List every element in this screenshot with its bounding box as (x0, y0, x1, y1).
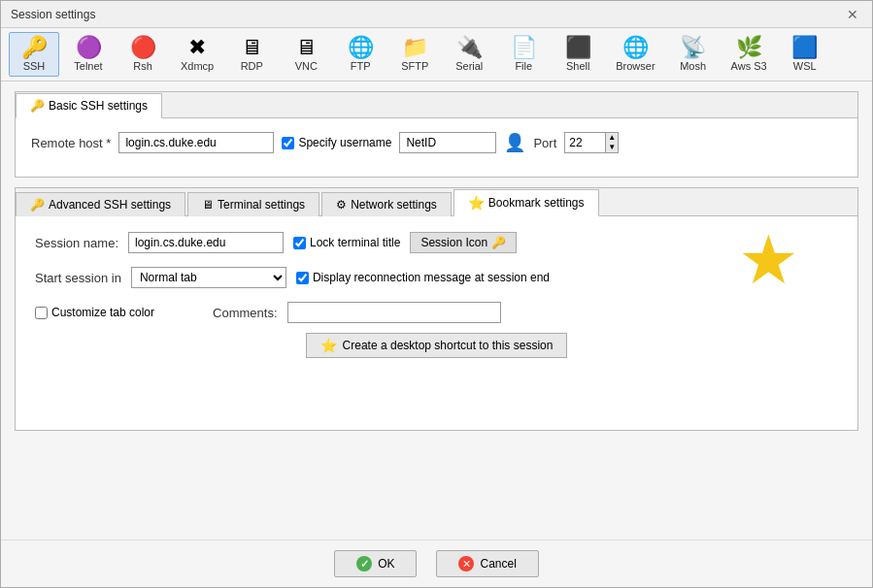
create-shortcut-button[interactable]: ⭐ Create a desktop shortcut to this sess… (306, 333, 568, 358)
customize-tab-color-label: Customize tab color (51, 306, 154, 319)
toolbar-aws-s3[interactable]: 🌿 Aws S3 (722, 32, 776, 77)
dialog-title: Session settings (11, 8, 95, 21)
toolbar-wsl[interactable]: 🟦 WSL (780, 32, 830, 77)
toolbar-serial[interactable]: 🔌 Serial (444, 32, 494, 77)
ok-button[interactable]: ✓ OK (334, 550, 417, 577)
comments-input[interactable] (287, 302, 501, 323)
ok-label: OK (378, 557, 394, 571)
aws-s3-icon: 🌿 (736, 37, 762, 58)
file-label: File (515, 60, 532, 72)
basic-ssh-tab-body: Remote host * Specify username 👤 Port ▲ … (16, 118, 857, 177)
remote-host-input[interactable] (118, 132, 274, 153)
network-icon: ⚙ (336, 198, 347, 212)
toolbar-mosh[interactable]: 📡 Mosh (668, 32, 719, 77)
display-reconnection-checkbox-label[interactable]: Display reconnection message at session … (296, 271, 550, 284)
comments-label: Comments: (213, 306, 277, 320)
ftp-label: FTP (351, 60, 371, 72)
session-name-label: Session name: (35, 236, 118, 250)
sftp-label: SFTP (401, 60, 428, 72)
display-reconnection-checkbox[interactable] (296, 272, 309, 284)
cancel-label: Cancel (480, 557, 516, 571)
toolbar-file[interactable]: 📄 File (498, 32, 549, 77)
shell-label: Shell (566, 60, 589, 72)
display-reconnection-label: Display reconnection message at session … (313, 271, 550, 284)
toolbar-shell[interactable]: ⬛ Shell (553, 32, 603, 77)
dialog-footer: ✓ OK ✕ Cancel (1, 539, 872, 587)
protocol-toolbar: 🔑 SSH 🟣 Telnet 🔴 Rsh ✖ Xdmcp 🖥 RDP 🖥 VNC… (1, 28, 872, 82)
close-button[interactable]: ✕ (843, 8, 862, 21)
customize-row: Customize tab color Comments: (35, 302, 838, 323)
bookmark-star-icon: ⭐ (468, 195, 485, 211)
bookmark-label: Bookmark settings (488, 196, 585, 210)
port-increment-button[interactable]: ▲ (606, 133, 618, 143)
tab-network-settings[interactable]: ⚙ Network settings (321, 192, 452, 216)
bookmark-tab-body: ★ Session name: Lock terminal title Sess… (16, 216, 857, 430)
tab-terminal-settings[interactable]: 🖥 Terminal settings (187, 192, 319, 216)
toolbar-rdp[interactable]: 🖥 RDP (226, 32, 277, 77)
shortcut-area: ⭐ Create a desktop shortcut to this sess… (35, 333, 838, 358)
rdp-icon: 🖥 (241, 37, 262, 58)
basic-ssh-tab-label: Basic SSH settings (49, 99, 148, 113)
vnc-icon: 🖥 (295, 37, 317, 58)
port-spinner: ▲ ▼ (605, 132, 619, 153)
serial-icon: 🔌 (456, 37, 483, 58)
browser-icon: 🌐 (622, 37, 649, 58)
big-star-decoration: ★ (738, 226, 799, 294)
rsh-label: Rsh (133, 60, 152, 72)
terminal-label: Terminal settings (218, 198, 305, 212)
shortcut-star-icon: ⭐ (320, 338, 337, 353)
toolbar-vnc[interactable]: 🖥 VNC (281, 32, 331, 77)
session-settings-dialog: Session settings ✕ 🔑 SSH 🟣 Telnet 🔴 Rsh … (0, 0, 873, 588)
toolbar-xdmcp[interactable]: ✖ Xdmcp (172, 32, 222, 77)
toolbar-rsh[interactable]: 🔴 Rsh (118, 32, 168, 77)
specify-username-checkbox-label[interactable]: Specify username (282, 136, 391, 149)
telnet-icon: 🟣 (76, 37, 102, 58)
rsh-icon: 🔴 (130, 37, 156, 58)
title-bar: Session settings ✕ (1, 1, 872, 28)
tab-bookmark-settings[interactable]: ⭐ Bookmark settings (453, 189, 599, 216)
toolbar-ssh[interactable]: 🔑 SSH (9, 32, 59, 77)
user-icon: 👤 (504, 132, 525, 153)
start-session-row: Start session in Normal tab Maximized ta… (35, 267, 838, 288)
main-tab-header: 🔑 Advanced SSH settings 🖥 Terminal setti… (16, 188, 857, 216)
sftp-icon: 📁 (402, 37, 428, 58)
port-decrement-button[interactable]: ▼ (606, 143, 618, 152)
specify-username-checkbox[interactable] (282, 137, 294, 149)
tab-advanced-ssh[interactable]: 🔑 Advanced SSH settings (16, 192, 185, 216)
session-icon-button[interactable]: Session Icon 🔑 (410, 232, 517, 253)
toolbar-sftp[interactable]: 📁 SFTP (389, 32, 440, 77)
customize-tab-color-checkbox-label[interactable]: Customize tab color (35, 306, 154, 319)
wsl-label: WSL (793, 60, 817, 72)
vnc-label: VNC (295, 60, 318, 72)
username-input[interactable] (399, 132, 496, 153)
file-icon: 📄 (511, 37, 537, 58)
main-tabs-section: 🔑 Advanced SSH settings 🖥 Terminal setti… (15, 187, 858, 431)
ssh-icon: 🔑 (21, 37, 48, 58)
network-label: Network settings (351, 198, 437, 212)
xdmcp-label: Xdmcp (181, 60, 214, 72)
port-input[interactable] (564, 132, 605, 153)
lock-terminal-checkbox-label[interactable]: Lock terminal title (293, 236, 400, 249)
browser-label: Browser (616, 60, 655, 72)
session-name-row: Session name: Lock terminal title Sessio… (35, 232, 838, 253)
remote-host-row: Remote host * Specify username 👤 Port ▲ … (31, 132, 842, 153)
ssh-label: SSH (23, 60, 46, 72)
toolbar-ftp[interactable]: 🌐 FTP (335, 32, 386, 77)
start-session-dropdown[interactable]: Normal tab Maximized tab Full screen tab (131, 267, 286, 288)
port-label: Port (533, 136, 556, 150)
toolbar-browser[interactable]: 🌐 Browser (607, 32, 663, 77)
specify-username-label: Specify username (298, 136, 391, 149)
session-name-input[interactable] (128, 232, 284, 253)
basic-ssh-tab[interactable]: 🔑 Basic SSH settings (16, 93, 162, 118)
shortcut-label: Create a desktop shortcut to this sessio… (343, 339, 554, 352)
ftp-icon: 🌐 (348, 37, 374, 58)
lock-terminal-checkbox[interactable] (293, 237, 306, 249)
basic-ssh-tab-header: 🔑 Basic SSH settings (16, 92, 857, 118)
lock-terminal-label: Lock terminal title (310, 236, 400, 249)
customize-tab-color-checkbox[interactable] (35, 307, 48, 319)
cancel-button[interactable]: ✕ Cancel (436, 550, 538, 577)
cancel-x-icon: ✕ (458, 556, 474, 572)
wsl-icon: 🟦 (791, 37, 818, 58)
mosh-label: Mosh (680, 60, 706, 72)
toolbar-telnet[interactable]: 🟣 Telnet (63, 32, 114, 77)
